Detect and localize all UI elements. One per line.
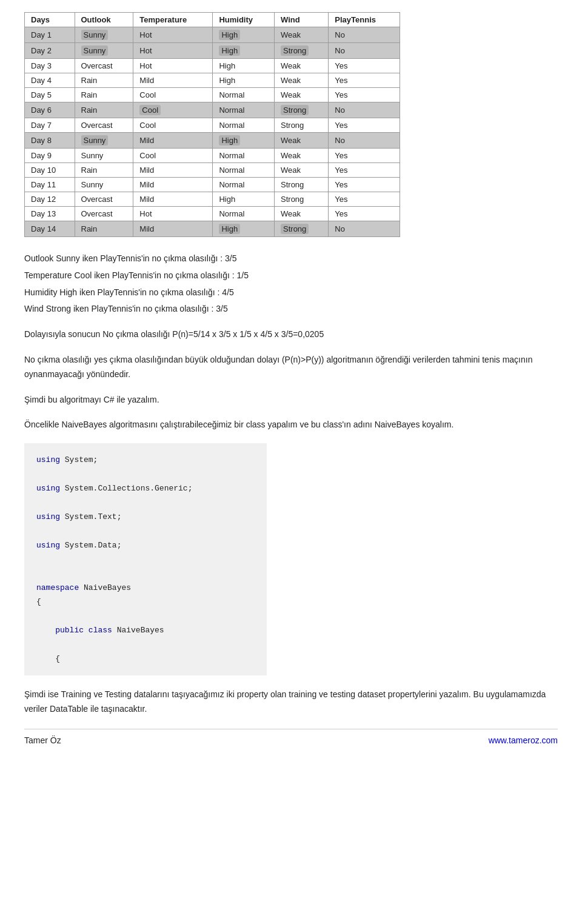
table-cell: High — [213, 133, 275, 149]
code-line — [36, 467, 255, 481]
table-cell: Strong — [275, 221, 329, 237]
table-header: Temperature — [133, 13, 213, 27]
table-cell: Rain — [75, 221, 133, 237]
code-line: using System.Text; — [36, 510, 255, 524]
stat-line-3: Humidity High iken PlayTennis'in no çıkm… — [24, 286, 558, 300]
explanation-text: No çıkma olasılığı yes çıkma olasılığınd… — [24, 353, 558, 382]
table-cell: Hot — [133, 207, 213, 221]
table-cell: Sunny — [75, 149, 133, 163]
table-cell: Mild — [133, 178, 213, 192]
table-cell: Overcast — [75, 207, 133, 221]
table-cell: Sunny — [75, 133, 133, 149]
code-line — [36, 495, 255, 509]
code-line: { — [36, 595, 255, 609]
footer-author: Tamer Öz — [24, 735, 61, 745]
stat-line-2: Temperature Cool iken PlayTennis'in no ç… — [24, 269, 558, 283]
table-cell: Cool — [133, 149, 213, 163]
table-cell: Sunny — [75, 178, 133, 192]
table-cell: Day 12 — [25, 192, 75, 207]
table-row: Day 10RainMildNormalWeakYes — [25, 163, 400, 178]
code-line — [36, 609, 255, 623]
table-cell: Day 5 — [25, 88, 75, 102]
table-cell: Yes — [329, 207, 400, 221]
table-cell: Hot — [133, 43, 213, 59]
table-header: PlayTennis — [329, 13, 400, 27]
outro-text: Şimdi ise Training ve Testing datalarını… — [24, 688, 558, 717]
table-row: Day 1SunnyHotHighWeakNo — [25, 27, 400, 43]
table-cell: Overcast — [75, 118, 133, 133]
table-cell: Mild — [133, 133, 213, 149]
code-line: using System.Collections.Generic; — [36, 481, 255, 495]
stats-section: Outlook Sunny iken PlayTennis'in no çıkm… — [24, 252, 558, 316]
table-cell: Yes — [329, 178, 400, 192]
table-header: Outlook — [75, 13, 133, 27]
table-cell: Day 10 — [25, 163, 75, 178]
table-cell: Normal — [213, 163, 275, 178]
outro-section: Şimdi ise Training ve Testing datalarını… — [24, 688, 558, 717]
table-cell: Sunny — [75, 27, 133, 43]
table-cell: Rain — [75, 88, 133, 102]
table-cell: Strong — [275, 102, 329, 118]
table-cell: Mild — [133, 221, 213, 237]
table-row: Day 11SunnyMildNormalStrongYes — [25, 178, 400, 192]
table-cell: Normal — [213, 178, 275, 192]
code-line: namespace NaiveBayes — [36, 581, 255, 595]
table-row: Day 14RainMildHighStrongNo — [25, 221, 400, 237]
table-cell: Normal — [213, 88, 275, 102]
table-cell: Day 13 — [25, 207, 75, 221]
table-cell: Yes — [329, 149, 400, 163]
table-cell: Day 9 — [25, 149, 75, 163]
table-cell: Rain — [75, 73, 133, 88]
stat-line-4: Wind Strong iken PlayTennis'in no çıkma … — [24, 302, 558, 316]
table-cell: Cool — [133, 88, 213, 102]
table-cell: Cool — [133, 102, 213, 118]
table-row: Day 3OvercastHotHighWeakYes — [25, 59, 400, 73]
table-cell: High — [213, 73, 275, 88]
table-cell: Weak — [275, 163, 329, 178]
table-cell: Weak — [275, 27, 329, 43]
table-cell: Strong — [275, 118, 329, 133]
footer: Tamer Öz www.tameroz.com — [24, 729, 558, 745]
table-cell: Weak — [275, 133, 329, 149]
intro1-section: Şimdi bu algoritmayı C# ile yazalım. — [24, 393, 558, 407]
explanation-section: No çıkma olasılığı yes çıkma olasılığınd… — [24, 353, 558, 382]
table-cell: Day 7 — [25, 118, 75, 133]
footer-link[interactable]: www.tameroz.com — [489, 735, 558, 745]
table-row: Day 6RainCoolNormalStrongNo — [25, 102, 400, 118]
table-cell: Strong — [275, 43, 329, 59]
table-cell: Day 1 — [25, 27, 75, 43]
code-line: using System; — [36, 453, 255, 467]
table-cell: Cool — [133, 118, 213, 133]
table-cell: Rain — [75, 163, 133, 178]
table-cell: High — [213, 43, 275, 59]
table-row: Day 8SunnyMildHighWeakNo — [25, 133, 400, 149]
table-cell: Weak — [275, 73, 329, 88]
table-cell: Sunny — [75, 43, 133, 59]
table-cell: Mild — [133, 192, 213, 207]
table-cell: Day 8 — [25, 133, 75, 149]
table-cell: Day 2 — [25, 43, 75, 59]
table-row: Day 13OvercastHotNormalWeakYes — [25, 207, 400, 221]
table-cell: Yes — [329, 192, 400, 207]
table-row: Day 2SunnyHotHighStrongNo — [25, 43, 400, 59]
code-line — [36, 637, 255, 651]
formula-section: Dolayısıyla sonucun No çıkma olasılığı P… — [24, 327, 558, 342]
table-cell: No — [329, 133, 400, 149]
table-cell: Hot — [133, 27, 213, 43]
code-line — [36, 524, 255, 538]
table-cell: Overcast — [75, 192, 133, 207]
table-cell: Weak — [275, 149, 329, 163]
code-line — [36, 566, 255, 580]
tennis-data-table: DaysOutlookTemperatureHumidityWindPlayTe… — [24, 12, 400, 237]
table-row: Day 12OvercastMildHighStrongYes — [25, 192, 400, 207]
table-cell: Hot — [133, 59, 213, 73]
code-line — [36, 552, 255, 566]
table-header: Wind — [275, 13, 329, 27]
code-block: using System; using System.Collections.G… — [24, 443, 267, 675]
code-line: public class NaiveBayes — [36, 623, 255, 637]
table-cell: Yes — [329, 118, 400, 133]
table-cell: Day 14 — [25, 221, 75, 237]
table-cell: Normal — [213, 149, 275, 163]
table-cell: High — [213, 221, 275, 237]
table-cell: Rain — [75, 102, 133, 118]
